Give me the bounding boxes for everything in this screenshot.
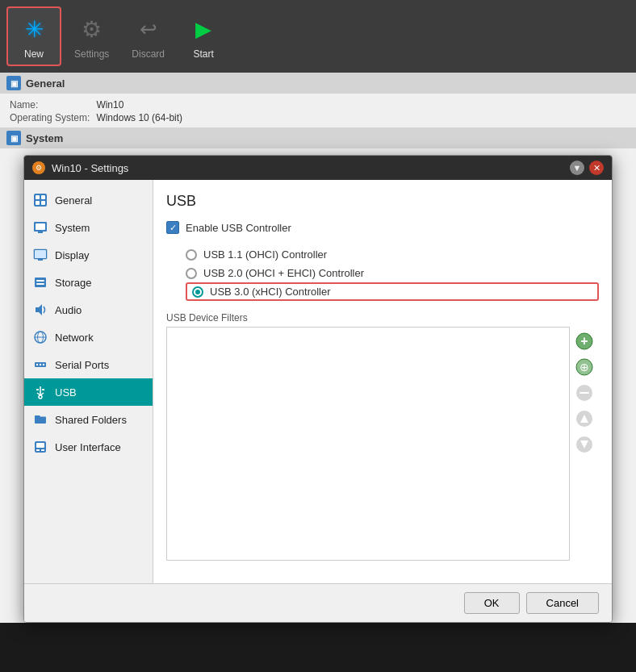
- general-icon: [32, 192, 48, 208]
- network-icon: [32, 329, 48, 345]
- sidebar-user-interface-label: User Interface: [55, 441, 121, 453]
- main-area: ▣ General Name: Win10 Operating System: …: [0, 73, 636, 623]
- start-button[interactable]: ▶ Start: [178, 8, 229, 65]
- os-label: Operating System:: [10, 111, 96, 124]
- usb30-row[interactable]: USB 3.0 (xHCI) Controller: [186, 282, 599, 301]
- sidebar-item-system[interactable]: System: [24, 214, 153, 241]
- dialog-titlebar-left: ⚙ Win10 - Settings: [32, 161, 128, 174]
- svg-rect-24: [42, 389, 44, 390]
- general-section-header: ▣ General: [0, 73, 636, 94]
- remove-filter-button[interactable]: [573, 382, 596, 404]
- serial-ports-icon: [32, 357, 48, 373]
- settings-dialog: ⚙ Win10 - Settings ▼ ✕ General: [23, 155, 613, 623]
- sidebar-item-user-interface[interactable]: User Interface: [24, 433, 153, 461]
- sidebar-item-audio[interactable]: Audio: [24, 296, 153, 323]
- svg-point-22: [39, 395, 42, 399]
- move-filter-up-button[interactable]: [573, 407, 596, 430]
- settings-button[interactable]: ⚙ Settings: [65, 8, 119, 65]
- sidebar-display-label: Display: [55, 249, 90, 261]
- usb30-radio[interactable]: [192, 286, 203, 298]
- sidebar-general-label: General: [55, 194, 92, 207]
- move-filter-down-button[interactable]: [573, 433, 596, 456]
- start-label: Start: [193, 48, 213, 60]
- sidebar-system-label: System: [55, 222, 90, 234]
- svg-rect-36: [580, 392, 589, 394]
- name-label: Name:: [10, 98, 96, 111]
- content-title: USB: [166, 193, 599, 210]
- svg-rect-12: [36, 280, 44, 282]
- dialog-footer: OK Cancel: [24, 583, 612, 622]
- svg-rect-2: [41, 195, 45, 199]
- filters-container: + ⊕: [166, 327, 599, 561]
- sidebar-storage-label: Storage: [55, 277, 92, 289]
- settings-label: Settings: [74, 48, 109, 60]
- start-icon: ▶: [187, 13, 220, 45]
- usb-filters-list: [166, 327, 570, 561]
- svg-rect-11: [35, 278, 46, 287]
- svg-marker-14: [36, 304, 42, 315]
- dialog-title-icon: ⚙: [32, 161, 45, 174]
- usb-icon: [32, 384, 48, 400]
- discard-icon: ↩: [132, 13, 165, 45]
- svg-point-20: [40, 364, 41, 365]
- sidebar-shared-folders-label: Shared Folders: [55, 414, 127, 426]
- enable-usb-checkbox[interactable]: ✓: [166, 221, 179, 234]
- general-section-label: General: [26, 77, 65, 90]
- system-section-header: ▣ System: [0, 127, 636, 148]
- sidebar-usb-label: USB: [55, 386, 77, 399]
- sidebar-serial-ports-label: Serial Ports: [55, 359, 109, 371]
- system-icon: [32, 219, 48, 236]
- close-button[interactable]: ✕: [589, 161, 604, 175]
- settings-sidebar: General System Display: [24, 180, 153, 583]
- usb11-radio[interactable]: [186, 249, 197, 261]
- svg-rect-1: [36, 195, 40, 199]
- sidebar-item-display[interactable]: Display: [24, 241, 153, 269]
- ok-button[interactable]: OK: [464, 592, 520, 614]
- storage-icon: [32, 274, 48, 290]
- settings-icon: ⚙: [76, 13, 108, 45]
- svg-rect-9: [35, 250, 46, 258]
- svg-rect-3: [36, 201, 40, 205]
- sidebar-item-shared-folders[interactable]: Shared Folders: [24, 406, 153, 433]
- sidebar-item-usb[interactable]: USB: [24, 378, 153, 406]
- filters-actions: + ⊕: [570, 327, 599, 561]
- usb20-row[interactable]: USB 2.0 (OHCI + EHCI) Controller: [186, 264, 599, 282]
- cancel-button[interactable]: Cancel: [526, 592, 599, 614]
- shared-folders-icon: [32, 411, 48, 428]
- usb-radio-group: USB 1.1 (OHCI) Controller USB 2.0 (OHCI …: [186, 245, 599, 301]
- svg-point-21: [43, 364, 44, 365]
- svg-rect-23: [36, 389, 39, 390]
- discard-button[interactable]: ↩ Discard: [122, 8, 174, 65]
- dialog-titlebar: ⚙ Win10 - Settings ▼ ✕: [24, 156, 612, 180]
- usb11-label: USB 1.1 (OHCI) Controller: [203, 248, 327, 261]
- svg-rect-7: [38, 232, 43, 233]
- svg-rect-4: [41, 201, 45, 205]
- dialog-overlay: ⚙ Win10 - Settings ▼ ✕ General: [23, 155, 613, 623]
- new-label: New: [24, 48, 44, 60]
- vm-detail: Name: Win10 Operating System: Windows 10…: [0, 94, 636, 127]
- usb20-radio[interactable]: [186, 268, 197, 279]
- usb11-row[interactable]: USB 1.1 (OHCI) Controller: [186, 245, 599, 264]
- sidebar-item-storage[interactable]: Storage: [24, 269, 153, 296]
- new-button[interactable]: ✳ New: [6, 6, 61, 66]
- minimize-button[interactable]: ▼: [570, 161, 584, 175]
- audio-icon: [32, 302, 48, 318]
- svg-rect-27: [36, 449, 40, 451]
- toolbar: ✳ New ⚙ Settings ↩ Discard ▶ Start: [0, 0, 636, 73]
- add-filter-button[interactable]: +: [573, 330, 596, 353]
- svg-text:⊕: ⊕: [580, 361, 589, 374]
- svg-text:+: +: [580, 334, 588, 348]
- svg-rect-6: [36, 223, 45, 230]
- sidebar-item-network[interactable]: Network: [24, 323, 153, 351]
- enable-usb-row[interactable]: ✓ Enable USB Controller: [166, 221, 599, 234]
- usb-filters-label: USB Device Filters: [166, 312, 599, 323]
- name-value: Win10: [96, 98, 189, 111]
- sidebar-item-serial-ports[interactable]: Serial Ports: [24, 351, 153, 378]
- svg-rect-13: [36, 283, 44, 285]
- sidebar-item-general[interactable]: General: [24, 186, 153, 214]
- general-section-icon: ▣: [6, 76, 21, 90]
- add-filter-from-device-button[interactable]: ⊕: [573, 356, 596, 378]
- display-icon: [32, 247, 48, 263]
- user-interface-icon: [32, 439, 48, 455]
- svg-rect-10: [38, 259, 43, 261]
